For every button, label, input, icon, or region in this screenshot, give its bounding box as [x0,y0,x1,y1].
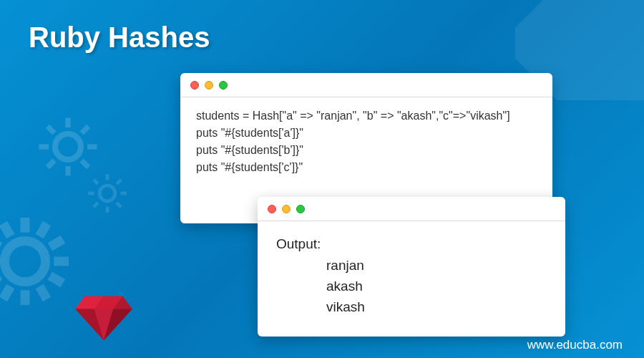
svg-rect-6 [46,159,57,170]
svg-rect-8 [80,159,91,170]
svg-rect-20 [0,221,14,239]
svg-rect-28 [92,201,99,208]
minimize-icon[interactable] [282,205,291,213]
svg-rect-19 [48,272,66,288]
maximize-icon[interactable] [296,205,305,213]
svg-rect-17 [0,272,2,288]
svg-rect-5 [80,125,91,135]
maximize-icon[interactable] [219,81,228,90]
svg-rect-7 [46,125,57,135]
svg-rect-3 [39,144,49,149]
close-icon[interactable] [268,205,276,213]
svg-rect-10 [21,218,30,233]
svg-point-22 [99,185,115,201]
code-content: students = Hash["a" => "ranjan", "b" => … [180,97,552,186]
svg-rect-15 [0,284,14,302]
gear-icon [86,172,129,215]
code-line: puts "#{students['b']}" [196,142,537,159]
svg-rect-2 [65,166,70,176]
output-line: akash [326,276,547,296]
svg-rect-24 [106,207,109,213]
svg-point-9 [4,241,45,281]
code-line: puts "#{students['c']}" [196,159,537,176]
svg-rect-29 [92,178,99,185]
code-line: puts "#{students['a']}" [196,125,537,142]
svg-point-0 [55,134,81,160]
output-label: Output: [276,234,547,255]
svg-rect-11 [21,290,30,305]
code-line: students = Hash["a" => "ranjan", "b" => … [196,107,537,125]
svg-rect-25 [88,192,94,195]
svg-rect-1 [65,118,70,128]
page-title: Ruby Hashes [29,21,210,54]
svg-rect-27 [115,178,122,185]
svg-rect-14 [36,221,52,239]
close-icon[interactable] [190,81,199,90]
svg-rect-26 [121,192,127,195]
output-window: Output: ranjan akash vikash [258,197,565,337]
ruby-logo-icon [72,290,136,344]
output-line: vikash [326,296,547,317]
gear-icon [0,215,72,308]
svg-rect-23 [106,174,109,180]
svg-rect-4 [87,144,97,149]
window-titlebar [180,73,552,97]
window-titlebar [258,197,565,221]
svg-rect-13 [54,257,69,266]
output-line: ranjan [326,255,547,276]
svg-rect-21 [36,284,52,302]
gear-icon [36,115,100,179]
svg-rect-30 [115,201,122,208]
svg-rect-18 [0,236,2,251]
footer-url: www.educba.com [527,338,623,352]
svg-rect-16 [48,236,66,251]
minimize-icon[interactable] [205,81,213,90]
output-content: Output: ranjan akash vikash [258,221,565,331]
